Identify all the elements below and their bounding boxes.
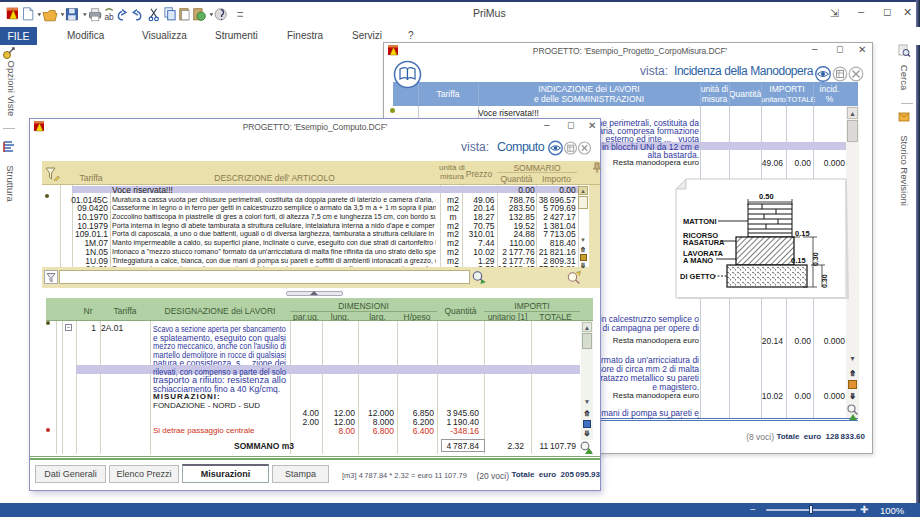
svg-text:0.30: 0.30 — [812, 252, 819, 266]
svg-text:ab: ab — [104, 12, 114, 22]
svg-text:0.50: 0.50 — [759, 192, 774, 201]
svg-text:0.15: 0.15 — [791, 256, 806, 265]
svg-text:DI GETTO: DI GETTO — [680, 272, 715, 281]
svg-text:MATTONI: MATTONI — [683, 217, 716, 226]
svg-text:RASATURA: RASATURA — [683, 238, 725, 247]
svg-text:0.15: 0.15 — [795, 229, 810, 238]
svg-text:0.30: 0.30 — [821, 274, 828, 288]
svg-text:A MANO: A MANO — [683, 256, 713, 265]
